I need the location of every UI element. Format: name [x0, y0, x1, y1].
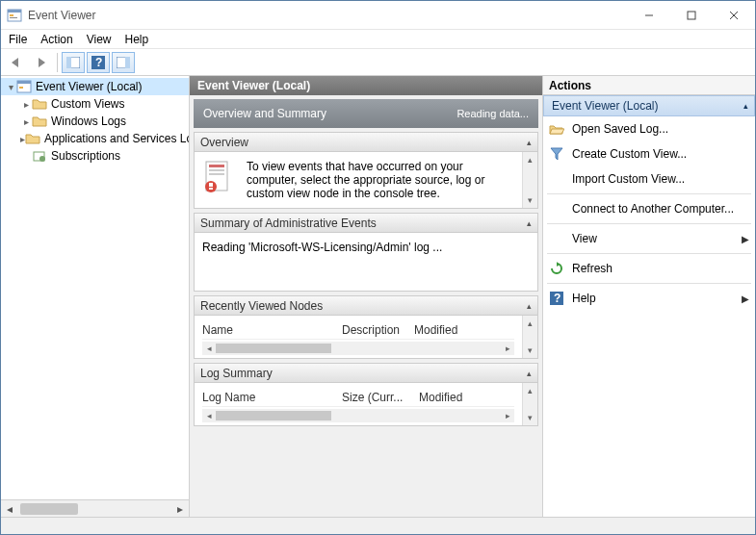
svg-rect-15: [17, 81, 31, 84]
svg-rect-21: [209, 169, 224, 171]
recent-columns: Name Description Modified: [202, 323, 514, 340]
recent-horizontal-scrollbar[interactable]: ◂▸: [202, 342, 514, 355]
collapse-caret-icon[interactable]: ▴: [527, 138, 532, 147]
scrollbar-thumb[interactable]: [20, 503, 78, 515]
blank-icon: [549, 231, 564, 246]
action-separator: [547, 223, 751, 224]
action-connect-computer[interactable]: Connect to Another Computer...: [543, 196, 755, 221]
svg-rect-1: [8, 10, 21, 13]
col-name[interactable]: Name: [202, 323, 342, 337]
menu-action[interactable]: Action: [40, 33, 72, 46]
help-icon: ?: [549, 291, 564, 306]
collapse-caret-icon[interactable]: ▴: [527, 218, 532, 228]
actions-title: Actions: [543, 76, 755, 95]
logsummary-horizontal-scrollbar[interactable]: ◂▸: [202, 409, 514, 422]
preview-pane-button[interactable]: [112, 52, 135, 73]
toolbar-separator: [57, 53, 58, 72]
menu-file[interactable]: File: [9, 33, 27, 46]
action-open-saved-log[interactable]: Open Saved Log...: [543, 116, 755, 141]
action-help[interactable]: ? Help ▶: [543, 286, 755, 311]
logsummary-panel-title: Log Summary: [200, 367, 273, 380]
action-import-custom-view[interactable]: Import Custom View...: [543, 166, 755, 191]
maximize-button[interactable]: [670, 1, 713, 30]
summary-panel: Summary of Administrative Events ▴ Readi…: [194, 213, 538, 292]
show-tree-button[interactable]: [62, 52, 85, 73]
summary-panel-title: Summary of Administrative Events: [200, 217, 377, 230]
forward-button[interactable]: [30, 52, 53, 73]
overview-vertical-scrollbar[interactable]: ▴▾: [522, 152, 537, 208]
main-area: ▾ Event Viewer (Local) ▸ Custom Views ▸ …: [1, 76, 755, 517]
blank-icon: [549, 201, 564, 217]
action-label: Refresh: [572, 262, 613, 275]
recent-panel: Recently Viewed Nodes ▴ Name Description…: [194, 295, 538, 359]
refresh-icon: [549, 261, 564, 276]
logsummary-columns: Log Name Size (Curr... Modified: [202, 391, 514, 407]
menu-view[interactable]: View: [87, 33, 112, 46]
actions-context-header[interactable]: Event Viewer (Local) ▴: [543, 95, 755, 116]
tree-root-label: Event Viewer (Local): [36, 80, 143, 93]
close-button[interactable]: [713, 1, 755, 30]
action-refresh[interactable]: Refresh: [543, 256, 755, 281]
toolbar: ?: [1, 49, 755, 76]
menu-help[interactable]: Help: [125, 33, 149, 46]
tree-pane: ▾ Event Viewer (Local) ▸ Custom Views ▸ …: [1, 76, 190, 517]
collapse-caret-icon[interactable]: ▴: [527, 369, 532, 378]
svg-rect-13: [125, 57, 130, 68]
tree-item-custom-views[interactable]: ▸ Custom Views: [1, 95, 189, 113]
logsummary-panel-header[interactable]: Log Summary ▴: [195, 364, 537, 383]
tree-item-subscriptions[interactable]: Subscriptions: [1, 147, 189, 165]
logsummary-vertical-scrollbar[interactable]: ▴▾: [522, 383, 537, 425]
action-separator: [547, 253, 751, 254]
svg-rect-5: [688, 12, 695, 19]
overview-text: To view events that have occurred on you…: [247, 160, 530, 200]
summary-text: Reading 'Microsoft-WS-Licensing/Admin' l…: [202, 241, 530, 254]
collapse-arrow-icon[interactable]: ▴: [743, 101, 748, 111]
tree-item-app-services[interactable]: ▸ Applications and Services Lo: [1, 130, 189, 147]
minimize-button[interactable]: [628, 1, 670, 30]
expand-icon[interactable]: ▸: [20, 99, 32, 110]
collapse-icon[interactable]: ▾: [5, 82, 16, 92]
folder-open-icon: [549, 121, 564, 137]
col-modified[interactable]: Modified: [414, 323, 457, 337]
recent-vertical-scrollbar[interactable]: ▴▾: [522, 316, 537, 358]
action-create-custom-view[interactable]: Create Custom View...: [543, 141, 755, 166]
overview-panel: Overview ▴ To view events that have occu…: [194, 132, 538, 209]
window-title: Event Viewer: [28, 9, 628, 22]
expand-icon[interactable]: ▸: [20, 116, 32, 127]
recent-panel-title: Recently Viewed Nodes: [200, 299, 323, 313]
overview-panel-header[interactable]: Overview ▴: [195, 133, 537, 152]
action-label: Open Saved Log...: [572, 122, 668, 136]
action-label: Help: [572, 292, 596, 305]
back-button[interactable]: [5, 52, 28, 73]
action-label: Import Custom View...: [572, 172, 685, 186]
action-separator: [547, 283, 751, 284]
svg-text:?: ?: [554, 292, 560, 305]
action-label: Create Custom View...: [572, 147, 687, 161]
collapse-caret-icon[interactable]: ▴: [527, 301, 532, 311]
svg-rect-22: [209, 173, 224, 175]
folder-icon: [25, 131, 40, 146]
col-description[interactable]: Description: [342, 323, 414, 337]
tree-item-windows-logs[interactable]: ▸ Windows Logs: [1, 113, 189, 130]
logsummary-panel: Log Summary ▴ Log Name Size (Curr... Mod…: [194, 363, 538, 426]
summary-panel-header[interactable]: Summary of Administrative Events ▴: [195, 214, 537, 233]
menu-bar: File Action View Help: [1, 30, 755, 49]
chevron-right-icon: ▶: [742, 234, 749, 244]
tree-root[interactable]: ▾ Event Viewer (Local): [1, 78, 189, 95]
recent-panel-header[interactable]: Recently Viewed Nodes ▴: [195, 296, 537, 316]
col-size[interactable]: Size (Curr...: [342, 391, 419, 404]
actions-context-label: Event Viewer (Local): [552, 99, 659, 113]
help-toolbar-button[interactable]: ?: [87, 52, 110, 73]
col-modified[interactable]: Modified: [419, 391, 462, 404]
folder-icon: [32, 96, 47, 112]
svg-point-18: [39, 156, 45, 162]
col-logname[interactable]: Log Name: [202, 391, 342, 404]
scroll-right-icon[interactable]: ▸: [171, 502, 189, 516]
scroll-left-icon[interactable]: ◂: [1, 502, 18, 516]
tree-horizontal-scrollbar[interactable]: ◂ ▸: [1, 499, 189, 517]
window-titlebar: Event Viewer: [1, 1, 755, 30]
tree-item-label: Subscriptions: [51, 149, 120, 163]
center-pane: Event Viewer (Local) Overview and Summar…: [190, 76, 543, 517]
action-view-submenu[interactable]: View ▶: [543, 226, 755, 251]
event-viewer-icon: [16, 79, 32, 94]
